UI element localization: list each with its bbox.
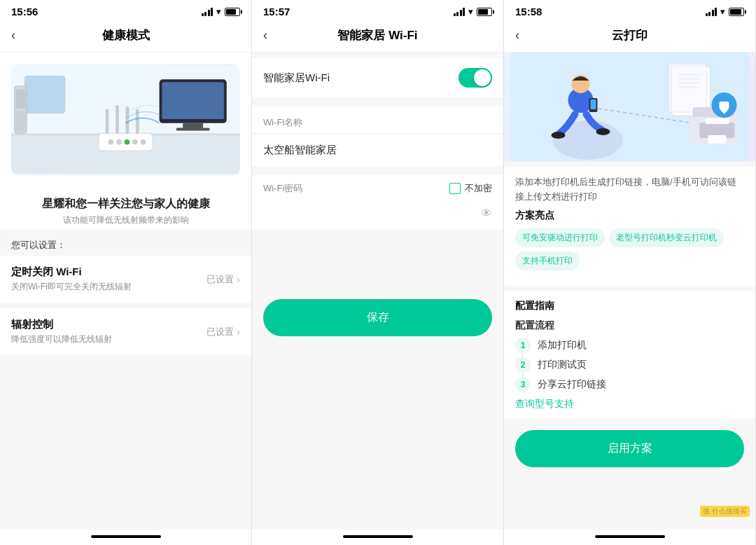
svg-rect-30 <box>668 63 707 112</box>
svg-point-15 <box>108 139 113 145</box>
router-illustration <box>11 64 240 176</box>
step-3-text: 分享云打印链接 <box>538 378 606 391</box>
svg-rect-20 <box>106 109 109 134</box>
content-3: 添加本地打印机后生成打印链接，电脑/手机可访问该链接上传文档进行打印 方案亮点 … <box>504 53 755 530</box>
wifi-name-input-row <box>252 134 503 166</box>
svg-rect-8 <box>183 123 203 129</box>
eye-icon[interactable]: 👁 <box>481 207 492 220</box>
status-time-2: 15:57 <box>263 6 290 18</box>
query-support-link[interactable]: 查询型号支持 <box>515 398 744 411</box>
svg-rect-21 <box>115 105 119 134</box>
page-title-1: 健康模式 <box>102 27 150 43</box>
svg-point-17 <box>125 139 130 145</box>
home-bar-1 <box>0 530 251 545</box>
section-label: 您可以设置： <box>0 229 251 256</box>
svg-rect-9 <box>176 128 210 131</box>
back-button-3[interactable]: ‹ <box>515 28 519 43</box>
svg-rect-43 <box>591 99 596 109</box>
cloud-print-illustration <box>504 53 755 161</box>
status-icons-3: ▾ <box>706 6 745 17</box>
tag-3: 支持手机打印 <box>515 251 580 270</box>
panel-smart-wifi: 15:57 ▾ ‹ 智能家居 Wi-Fi 智能家居Wi-Fi <box>252 0 504 545</box>
chevron-right-icon-2: › <box>237 326 240 338</box>
nav-bar-1: ‹ 健康模式 <box>0 20 251 53</box>
solution-title: 方案亮点 <box>515 207 744 223</box>
home-bar-2 <box>252 530 503 545</box>
step-1-text: 添加打印机 <box>538 339 587 352</box>
encrypt-label: 不加密 <box>465 182 492 195</box>
password-row: 👁 <box>252 198 503 229</box>
svg-point-45 <box>596 128 610 135</box>
wifi-pwd-label: Wi-Fi密码 <box>263 182 302 195</box>
svg-rect-37 <box>720 102 729 109</box>
smart-wifi-toggle-row: 智能家居Wi-Fi <box>252 58 503 97</box>
wifi-pwd-section: Wi-Fi密码 不加密 <box>252 175 503 198</box>
watermark: 值 什么值得买 <box>700 506 750 517</box>
signal-icon-3 <box>706 8 718 16</box>
tag-2: 老型号打印机秒变云打印机 <box>609 228 724 247</box>
guide-sub: 配置流程 <box>515 319 744 332</box>
feature-tags: 可免安驱动进行打印 老型号打印机秒变云打印机 支持手机打印 <box>515 228 744 270</box>
headline-title: 星耀和您一样关注您与家人的健康 <box>11 197 240 212</box>
panel-cloud-print: 15:58 ▾ ‹ 云打印 <box>504 0 756 545</box>
signal-icon-1 <box>202 8 214 16</box>
desc-text: 添加本地打印机后生成打印链接，电脑/手机可访问该链接上传文档进行打印 <box>515 175 744 205</box>
guide-title: 配置指南 <box>515 300 744 312</box>
battery-icon-3 <box>729 8 744 16</box>
password-input[interactable] <box>263 200 481 226</box>
guide-section: 配置指南 配置流程 1 添加打印机 2 打印测试页 3 分享云打印链接 查询型号… <box>504 291 755 419</box>
headline-sub: 该功能可降低无线射频带来的影响 <box>11 214 240 226</box>
radiation-status: 已设置 <box>206 326 234 338</box>
wifi-timer-card[interactable]: 定时关闭 Wi-Fi 关闭Wi-Fi即可完全关闭无线辐射 已设置 › <box>0 256 251 303</box>
svg-point-18 <box>132 139 138 145</box>
step-1: 1 添加打印机 <box>515 338 744 353</box>
encrypt-checkbox[interactable] <box>449 183 461 194</box>
step-2-text: 打印测试页 <box>538 359 587 371</box>
page-title-3: 云打印 <box>612 27 648 43</box>
radiation-sub: 降低强度可以降低无线辐射 <box>11 333 112 345</box>
home-indicator-1 <box>91 535 161 538</box>
page-title-2: 智能家居 Wi-Fi <box>337 27 417 43</box>
status-time-3: 15:58 <box>515 6 542 18</box>
wifi-name-input[interactable] <box>263 137 492 163</box>
back-button-2[interactable]: ‹ <box>263 28 267 43</box>
svg-point-44 <box>552 132 566 139</box>
cloud-print-hero <box>504 53 755 161</box>
chevron-right-icon-1: › <box>237 274 240 285</box>
svg-point-16 <box>116 139 122 145</box>
status-time-1: 15:56 <box>11 6 38 18</box>
step-2: 2 打印测试页 <box>515 357 744 373</box>
nav-bar-2: ‹ 智能家居 Wi-Fi <box>252 20 503 53</box>
wifi-name-label: Wi-Fi名称 <box>263 116 302 129</box>
hero-image-1 <box>0 53 251 187</box>
panel-health-mode: 15:56 ▾ ‹ 健康模式 <box>0 0 252 545</box>
signal-icon-2 <box>454 8 465 16</box>
svg-rect-35 <box>706 118 729 124</box>
status-icons-2: ▾ <box>454 6 493 17</box>
nav-bar-3: ‹ 云打印 <box>504 20 755 53</box>
back-button-1[interactable]: ‹ <box>11 28 15 43</box>
svg-rect-11 <box>16 90 25 109</box>
wifi-icon-3: ▾ <box>720 6 725 17</box>
headline-section: 星耀和您一样关注您与家人的健康 该功能可降低无线射频带来的影响 <box>0 187 251 229</box>
battery-icon-2 <box>477 8 492 16</box>
step-3: 3 分享云打印链接 <box>515 377 744 392</box>
radiation-control-card[interactable]: 辐射控制 降低强度可以降低无线辐射 已设置 › <box>0 308 251 355</box>
enable-button[interactable]: 启用方案 <box>515 430 744 467</box>
svg-rect-22 <box>126 106 130 134</box>
smart-wifi-toggle[interactable] <box>458 68 492 88</box>
status-icons-1: ▾ <box>202 6 241 17</box>
battery-icon-1 <box>225 8 240 16</box>
home-indicator-2 <box>343 535 413 538</box>
svg-rect-12 <box>16 111 25 131</box>
content-2: 智能家居Wi-Fi Wi-Fi名称 Wi-Fi密码 不加密 👁 保存 <box>252 53 503 530</box>
status-bar-3: 15:58 ▾ <box>504 0 755 20</box>
smart-wifi-label: 智能家居Wi-Fi <box>263 71 330 85</box>
svg-rect-7 <box>162 82 223 119</box>
wifi-timer-title: 定时关闭 Wi-Fi <box>11 265 132 279</box>
save-button[interactable]: 保存 <box>263 299 492 336</box>
wifi-timer-sub: 关闭Wi-Fi即可完全关闭无线辐射 <box>11 281 132 293</box>
cloud-print-desc-section: 添加本地打印机后生成打印链接，电脑/手机可访问该链接上传文档进行打印 方案亮点 … <box>504 167 755 286</box>
radiation-title: 辐射控制 <box>11 318 112 331</box>
home-bar-3 <box>504 530 755 545</box>
